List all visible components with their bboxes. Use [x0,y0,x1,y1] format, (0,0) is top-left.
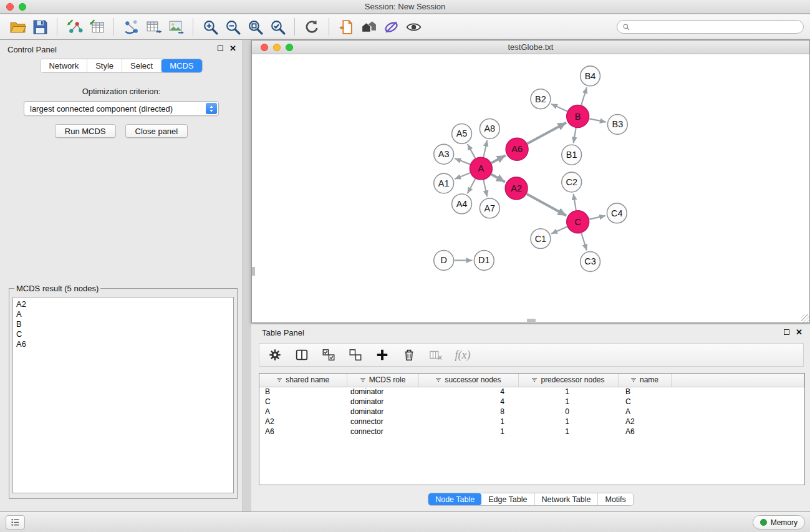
result-item[interactable]: A6 [16,339,230,349]
table-cell[interactable]: A [618,407,671,417]
delete-columns-button[interactable] [401,347,417,363]
tab-network[interactable]: Network [41,59,87,72]
create-column-button[interactable] [374,347,390,363]
network-node-B4[interactable]: B4 [581,66,600,86]
table-cell[interactable]: B [618,387,671,397]
network-node-A6[interactable]: A6 [506,138,528,160]
table-cell[interactable]: A [259,407,347,417]
zoom-out-button[interactable] [221,16,244,37]
tab-edge-table[interactable]: Edge Table [481,493,534,505]
close-table-panel-icon[interactable]: ✕ [796,329,803,336]
select-all-button[interactable] [321,347,337,363]
network-close-button[interactable] [261,44,268,51]
table-cell[interactable]: 1 [518,427,618,437]
show-hide-button[interactable] [402,16,425,37]
network-edge-C-C1[interactable] [551,227,567,234]
network-node-A2[interactable]: A2 [505,177,528,200]
table-cell[interactable]: 4 [418,387,518,397]
network-edge-A-A6[interactable] [491,155,506,163]
network-node-C[interactable]: C [567,211,589,233]
tab-node-table[interactable]: Node Table [428,493,481,505]
show-panels-button[interactable] [6,515,25,530]
network-minimize-button[interactable] [273,44,281,51]
criterion-dropdown[interactable]: largest connected component (directed) [24,101,219,116]
network-node-B1[interactable]: B1 [562,145,582,165]
table-cell[interactable]: 1 [418,427,518,437]
result-item[interactable]: A2 [16,299,230,309]
zoom-in-button[interactable] [199,16,221,37]
network-node-D1[interactable]: D1 [474,251,494,271]
column-header-shared-name[interactable]: shared name [259,374,347,387]
table-cell[interactable]: A6 [618,427,671,437]
table-cell[interactable]: 1 [518,387,618,397]
table-cell[interactable]: 0 [518,407,618,417]
delete-table-button[interactable] [428,347,444,363]
network-edge-C-C2[interactable] [574,194,576,210]
network-zoom-button[interactable] [286,44,293,51]
table-mode-button[interactable] [267,347,283,363]
network-edge-A6-B[interactable] [528,122,567,143]
memory-button[interactable]: Memory [753,515,805,530]
open-button[interactable] [6,16,29,37]
export-image-button[interactable] [165,16,187,37]
column-header-name[interactable]: name [618,374,671,387]
result-item[interactable]: A [16,309,230,319]
network-node-A[interactable]: A [470,157,492,180]
network-node-A5[interactable]: A5 [452,123,472,143]
network-edge-B-B3[interactable] [589,118,606,122]
network-node-B2[interactable]: B2 [531,89,551,109]
search-input[interactable] [634,22,798,31]
table-cell[interactable]: dominator [347,387,418,397]
network-node-A3[interactable]: A3 [434,144,454,164]
style-button[interactable] [380,16,402,37]
close-panel-icon[interactable]: ✕ [229,45,236,52]
deselect-all-button[interactable] [347,347,364,363]
function-builder-button[interactable]: f(x) [455,347,471,363]
table-cell[interactable]: A2 [259,417,347,427]
network-canvas[interactable]: AA6A2BCA5A8A3A1A4A7B2B4B3B1C2C4C1C3DD1 [252,55,809,322]
tab-select[interactable]: Select [122,59,162,72]
table-cell[interactable]: 4 [418,397,518,407]
network-edge-C-C4[interactable] [589,216,605,220]
table-cell[interactable]: connector [347,427,418,437]
network-edge-A-A8[interactable] [483,140,487,157]
birds-eye-button[interactable] [357,16,380,37]
table-row[interactable]: Adominator80A [259,407,804,417]
tab-style[interactable]: Style [87,59,122,72]
table-row[interactable]: Bdominator41B [259,387,804,397]
result-item[interactable]: B [16,319,230,329]
network-node-A8[interactable]: A8 [480,119,499,139]
table-cell[interactable]: 1 [418,417,518,427]
splitter-horizontal-grip[interactable] [527,319,536,322]
save-button[interactable] [29,16,51,37]
float-table-panel-icon[interactable] [784,329,789,335]
network-node-C2[interactable]: C2 [562,172,582,192]
network-node-A4[interactable]: A4 [452,194,472,214]
network-node-C1[interactable]: C1 [531,229,551,249]
network-edge-A-A1[interactable] [455,173,470,179]
window-resize-grip[interactable] [801,314,809,322]
network-node-A1[interactable]: A1 [434,173,454,193]
network-node-C3[interactable]: C3 [581,252,600,272]
table-cell[interactable]: B [259,387,347,397]
network-edge-A-A5[interactable] [468,144,476,158]
snapshot-button[interactable] [335,16,357,37]
network-node-D[interactable]: D [434,251,454,271]
network-edge-B-B4[interactable] [581,87,587,105]
network-edge-A-A3[interactable] [455,158,470,164]
zoom-selected-button[interactable] [266,16,289,37]
table-cell[interactable]: C [259,397,347,407]
table-row[interactable]: A2connector11A2 [259,417,804,427]
network-edge-C-C3[interactable] [581,233,587,251]
column-header-MCDS-role[interactable]: MCDS role [347,374,418,387]
network-edge-B-B1[interactable] [574,128,576,143]
export-table-button[interactable] [142,16,165,37]
float-panel-icon[interactable] [218,46,223,51]
import-table-button[interactable] [85,16,108,37]
network-edge-A-A4[interactable] [468,179,476,193]
export-network-button[interactable] [120,16,142,37]
column-header-successor-nodes[interactable]: successor nodes [418,374,518,387]
table-cell[interactable]: dominator [347,407,418,417]
splitter-vertical-grip[interactable] [252,267,255,276]
tab-mcds[interactable]: MCDS [162,59,201,72]
